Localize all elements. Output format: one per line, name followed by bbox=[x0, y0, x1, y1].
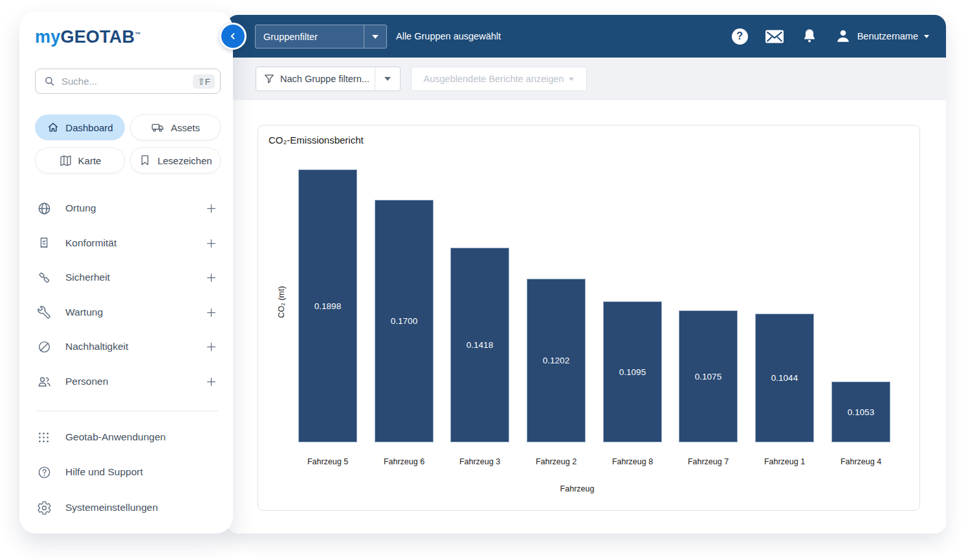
x-tick-label: Fahrzeug 4 bbox=[831, 457, 890, 466]
sidebar-item-personen[interactable]: Personen bbox=[19, 364, 233, 399]
group-status-text: Alle Gruppen ausgewählt bbox=[396, 15, 501, 58]
menu-expand-button[interactable] bbox=[203, 200, 219, 217]
chevron-left-icon bbox=[227, 30, 239, 42]
search-shortcut-badge: ⇧F bbox=[193, 74, 215, 89]
user-menu[interactable]: Benutzername bbox=[835, 28, 929, 45]
sidebar-item-sicherheit[interactable]: Sicherheit bbox=[19, 260, 233, 295]
bar-fahrzeug-3[interactable]: 0.1418 bbox=[450, 248, 509, 442]
menu-expand-button[interactable] bbox=[203, 338, 219, 355]
bar-fahrzeug-1[interactable]: 0.1044 bbox=[755, 314, 814, 442]
sidebar-item-assets[interactable]: Assets bbox=[130, 114, 221, 140]
sidebar-item-label: Karte bbox=[78, 155, 102, 166]
bar-value-label: 0.1053 bbox=[848, 407, 874, 417]
bookmark-icon bbox=[138, 154, 151, 167]
sidebar: myGEOTAB™ ⇧F Dashboard bbox=[19, 12, 233, 533]
sidebar-item-wartung[interactable]: Wartung bbox=[19, 295, 233, 330]
show-hidden-reports-button[interactable]: Ausgeblendete Berichte anzeigen bbox=[411, 67, 587, 91]
sidebar-item-label: Hilfe und Support bbox=[65, 466, 143, 478]
bar-value-label: 0.1075 bbox=[695, 372, 721, 382]
compliance-doc-icon bbox=[37, 236, 51, 250]
bar-fahrzeug-4[interactable]: 0.1053 bbox=[831, 382, 890, 442]
people-icon bbox=[37, 374, 52, 389]
x-tick-label: Fahrzeug 2 bbox=[527, 457, 586, 466]
sidebar-item-karte[interactable]: Karte bbox=[35, 147, 125, 173]
x-tick-label: Fahrzeug 3 bbox=[450, 457, 509, 466]
bar-value-label: 0.1418 bbox=[467, 340, 493, 350]
truck-icon bbox=[151, 120, 165, 135]
bar-value-label: 0.1700 bbox=[391, 316, 417, 326]
app-screen: Gruppenfilter Alle Gruppen ausgewählt ? bbox=[0, 0, 968, 560]
chevron-down-icon bbox=[569, 78, 574, 81]
bar-fahrzeug-7[interactable]: 0.1075 bbox=[679, 310, 738, 442]
apps-grid-icon bbox=[37, 431, 50, 444]
sidebar-item-geotab-anwendungen[interactable]: Geotab-Anwendungen bbox=[19, 420, 233, 455]
chevron-down-icon bbox=[384, 77, 391, 81]
help-circle-icon bbox=[37, 465, 52, 480]
sidebar-item-nachhaltigkeit[interactable]: Nachhaltigkeit bbox=[19, 329, 233, 364]
bar-fahrzeug-2[interactable]: 0.1202 bbox=[527, 279, 586, 442]
x-tick-label: Fahrzeug 7 bbox=[679, 457, 738, 466]
help-icon[interactable]: ? bbox=[732, 28, 748, 45]
search-icon bbox=[36, 75, 61, 87]
filter-by-group-caret-button[interactable] bbox=[375, 77, 400, 81]
leaf-icon bbox=[37, 339, 52, 354]
filter-by-group-button[interactable]: Nach Gruppe filtern... bbox=[256, 67, 401, 91]
sidebar-collapse-button[interactable] bbox=[219, 23, 247, 50]
sidebar-item-label: Assets bbox=[171, 122, 200, 133]
sidebar-item-label: Wartung bbox=[65, 307, 103, 318]
menu-expand-button[interactable] bbox=[203, 304, 219, 321]
funnel-filter-icon bbox=[256, 73, 280, 85]
bar-fahrzeug-6[interactable]: 0.1700 bbox=[375, 200, 434, 442]
main-content-card: Gruppenfilter Alle Gruppen ausgewählt ? bbox=[226, 15, 946, 533]
sidebar-item-konformitaet[interactable]: Konformität bbox=[19, 226, 233, 261]
sidebar-item-lesezeichen[interactable]: Lesezeichen bbox=[130, 147, 221, 173]
username-label: Benutzername bbox=[857, 31, 918, 41]
wrench-icon bbox=[37, 305, 51, 319]
chevron-down-icon bbox=[924, 35, 929, 38]
group-filter-caret-button[interactable] bbox=[364, 35, 386, 39]
x-tick-label: Fahrzeug 5 bbox=[298, 457, 357, 466]
sidebar-item-label: Systemeinstellungen bbox=[65, 502, 158, 513]
sidebar-item-label: Konformität bbox=[65, 237, 116, 249]
plus-icon bbox=[205, 307, 217, 319]
bar-fahrzeug-5[interactable]: 0.1898 bbox=[298, 169, 357, 442]
notifications-bell-icon[interactable] bbox=[801, 28, 818, 45]
top-bar-actions: ? bbox=[732, 15, 929, 58]
sidebar-item-dashboard[interactable]: Dashboard bbox=[35, 114, 125, 140]
mygeotab-logo[interactable]: myGEOTAB™ bbox=[35, 27, 140, 47]
filter-by-group-label: Nach Gruppe filtern... bbox=[280, 74, 375, 84]
sidebar-item-label: Ortung bbox=[65, 202, 96, 214]
group-filter-button[interactable]: Gruppenfilter bbox=[255, 25, 387, 48]
sidebar-item-label: Geotab-Anwendungen bbox=[65, 431, 166, 443]
sidebar-item-label: Nachhaltigkeit bbox=[65, 341, 128, 352]
menu-expand-button[interactable] bbox=[203, 235, 219, 252]
sidebar-item-label: Dashboard bbox=[65, 122, 113, 133]
sidebar-item-ortung[interactable]: Ortung bbox=[19, 191, 233, 226]
sidebar-item-systemeinstellungen[interactable]: Systemeinstellungen bbox=[19, 490, 233, 525]
plus-icon bbox=[205, 272, 217, 284]
group-filter-label: Gruppenfilter bbox=[256, 32, 364, 42]
secondary-toolbar: Nach Gruppe filtern... Ausgeblendete Ber… bbox=[226, 58, 946, 100]
co2-report-chart-card: CO₂-Emissionsbericht CO₂ (mt) 0.1898Fahr… bbox=[258, 125, 920, 511]
menu-expand-button[interactable] bbox=[203, 373, 219, 390]
logo-my: my bbox=[35, 27, 60, 47]
globe-icon bbox=[37, 201, 52, 216]
bar-fahrzeug-8[interactable]: 0.1095 bbox=[603, 301, 662, 442]
sidebar-item-hilfe-und-support[interactable]: Hilfe und Support bbox=[19, 455, 233, 490]
search-input[interactable] bbox=[61, 76, 193, 87]
plus-icon bbox=[205, 376, 217, 388]
x-tick-label: Fahrzeug 6 bbox=[375, 457, 434, 466]
bar-value-label: 0.1044 bbox=[771, 373, 798, 383]
bar-plot: 0.1898Fahrzeug 50.1700Fahrzeug 60.1418Fa… bbox=[258, 125, 919, 510]
menu-expand-button[interactable] bbox=[203, 269, 219, 286]
plus-icon bbox=[205, 237, 217, 250]
x-tick-label: Fahrzeug 1 bbox=[755, 457, 814, 466]
mail-icon[interactable] bbox=[765, 29, 784, 44]
bar-value-label: 0.1898 bbox=[314, 301, 341, 311]
sidebar-item-label: Lesezeichen bbox=[157, 155, 212, 166]
chevron-down-icon bbox=[372, 35, 379, 39]
logo-trademark: ™ bbox=[135, 31, 140, 38]
logo-geotab: GEOTAB bbox=[60, 27, 135, 47]
plus-icon bbox=[205, 202, 217, 215]
report-content-area: CO₂-Emissionsbericht CO₂ (mt) 0.1898Fahr… bbox=[226, 100, 946, 533]
